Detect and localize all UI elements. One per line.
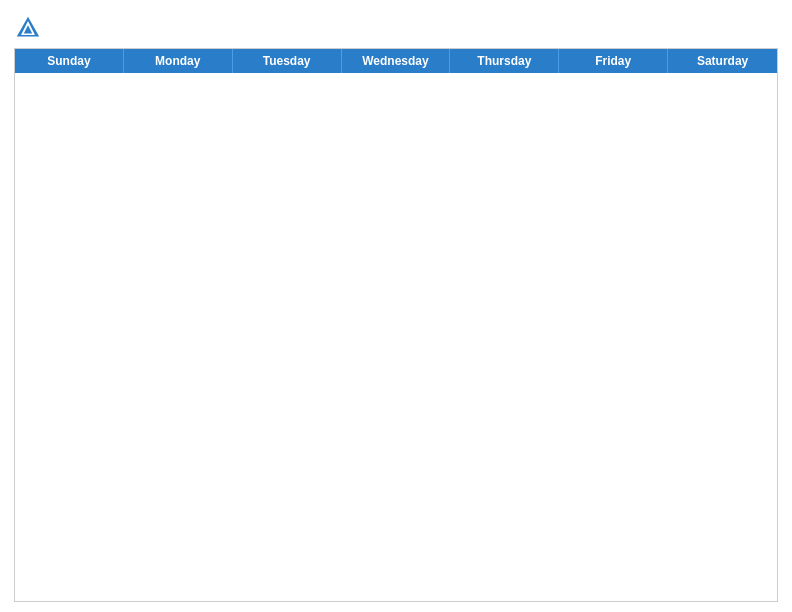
logo-icon (14, 14, 42, 42)
header-day-tuesday: Tuesday (233, 49, 342, 73)
header-day-sunday: Sunday (15, 49, 124, 73)
calendar: SundayMondayTuesdayWednesdayThursdayFrid… (14, 48, 778, 602)
header-day-wednesday: Wednesday (342, 49, 451, 73)
page: SundayMondayTuesdayWednesdayThursdayFrid… (0, 0, 792, 612)
logo (14, 14, 46, 42)
header-day-saturday: Saturday (668, 49, 777, 73)
calendar-header: SundayMondayTuesdayWednesdayThursdayFrid… (15, 49, 777, 73)
calendar-body (15, 73, 777, 601)
header (14, 10, 778, 42)
header-day-thursday: Thursday (450, 49, 559, 73)
header-day-friday: Friday (559, 49, 668, 73)
header-day-monday: Monday (124, 49, 233, 73)
